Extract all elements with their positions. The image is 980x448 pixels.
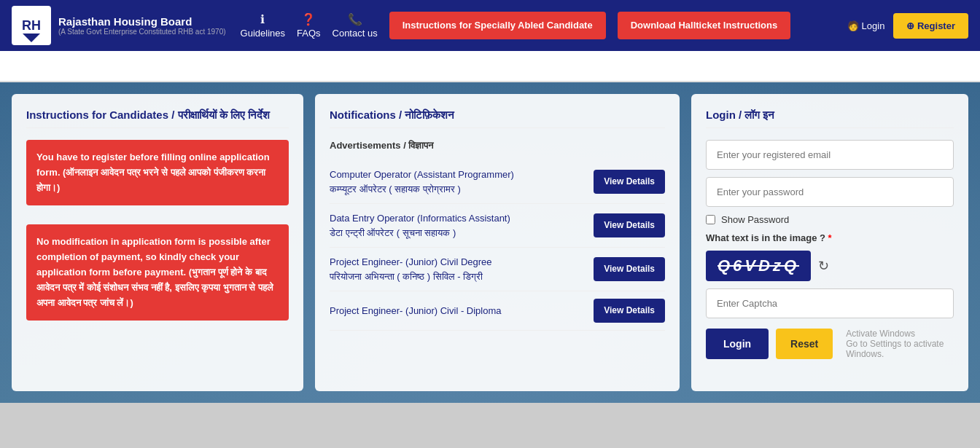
login-label: Login [862,20,885,31]
instruction-box-1: You have to register before filling onli… [26,140,289,205]
login-icon: 🧑 [847,20,859,31]
email-input[interactable] [706,140,954,170]
logo-letters: RH [22,18,41,34]
ticker-text: ly download Hall Ticket for RHB Direct R… [0,58,980,74]
notif-btn-3[interactable]: View Details [594,299,665,323]
notif-text-0: Computer Operator (Assistant Programmer)… [330,168,586,196]
nav-faqs-label: FAQs [297,28,321,39]
notif-item-2: Project Engineer- (Junior) Civil Degree … [330,248,665,291]
login-buttons: Login Reset Activate Windows Go to Setti… [706,329,954,359]
show-password-row: Show Password [706,214,954,225]
captcha-question-text: What text is in the image ? [706,232,825,243]
login-panel: Login / लॉग इन Show Password What text i… [691,94,968,391]
instructions-panel: Instructions for Candidates / परीक्षार्थ… [12,94,303,391]
header: RH Rajasthan Housing Board (A State Govt… [0,0,980,51]
notif-item-0: Computer Operator (Assistant Programmer)… [330,160,665,204]
btn-specially-abled[interactable]: Instructions for Specially Abled Candida… [389,12,606,39]
notif-text-2: Project Engineer- (Junior) Civil Degree … [330,255,586,283]
captcha-row: Q6VDzQ ↻ [706,251,954,281]
notif-title-hi-2: परियोजना अभियन्ता ( कनिष्ठ ) सिविल - डिग… [330,270,586,284]
header-right: 🧑 Login ⊕ Register [847,13,968,39]
notif-btn-0[interactable]: View Details [594,170,665,194]
nav-guidelines-label: Guidelines [241,28,285,39]
notif-title-hi-1: डेटा एन्ट्री ऑपरेटर ( सूचना सहायक ) [330,226,586,240]
logo-area: RH Rajasthan Housing Board (A State Govt… [12,6,226,45]
nav-links: ℹ Guidelines ❓ FAQs 📞 Contact us Instruc… [241,12,833,39]
info-icon: ℹ [260,12,265,26]
captcha-image: Q6VDzQ [706,251,811,281]
instruction-box-2: No modification in application form is p… [26,224,289,321]
password-input[interactable] [706,177,954,207]
activate-title: Activate Windows [846,329,954,339]
login-form: Show Password What text is in the image … [706,140,954,359]
notif-title-hi-0: कम्प्यूटर ऑपरेटर ( सहायक प्रोग्रामर ) [330,182,586,197]
main-content: Instructions for Candidates / परीक्षार्थ… [0,82,980,403]
notif-btn-1[interactable]: View Details [594,213,665,237]
notifications-subtitle: Advertisements / विज्ञापन [330,140,665,152]
refresh-captcha-icon[interactable]: ↻ [818,258,829,274]
login-link[interactable]: 🧑 Login [847,20,885,31]
nav-faqs[interactable]: ❓ FAQs [297,12,321,39]
org-sub: (A State Govt Enterprise Constituted RHB… [58,28,226,36]
phone-icon: 📞 [348,12,362,26]
notif-text-3: Project Engineer- (Junior) Civil - Diplo… [330,304,586,318]
faq-icon: ❓ [301,12,316,26]
activate-windows-notice: Activate Windows Go to Settings to activ… [846,329,954,359]
login-button[interactable]: Login [706,329,769,359]
org-name: Rajasthan Housing Board [58,15,226,28]
notifications-panel: Notifications / नोटिफ़िकेशन Advertisemen… [315,94,680,391]
notif-item-1: Data Entry Operator (Informatics Assista… [330,204,665,248]
nav-contact-label: Contact us [332,28,378,39]
nav-contact[interactable]: 📞 Contact us [332,12,378,39]
register-button[interactable]: ⊕ Register [893,13,968,39]
instructions-title: Instructions for Candidates / परीक्षार्थ… [26,109,289,128]
notif-title-en-3: Project Engineer- (Junior) Civil - Diplo… [330,304,586,318]
captcha-question: What text is in the image ? * [706,232,954,243]
show-password-checkbox[interactable] [706,215,715,224]
notif-item-3: Project Engineer- (Junior) Civil - Diplo… [330,291,665,331]
notif-title-en-2: Project Engineer- (Junior) Civil Degree [330,255,586,270]
notif-text-1: Data Entry Operator (Informatics Assista… [330,211,586,240]
captcha-input[interactable] [706,288,954,318]
ticker-bar: ly download Hall Ticket for RHB Direct R… [0,51,980,82]
activate-sub: Go to Settings to activate Windows. [846,339,954,359]
captcha-required: * [828,232,832,243]
nav-guidelines[interactable]: ℹ Guidelines [241,12,285,39]
notif-title-en-0: Computer Operator (Assistant Programmer) [330,168,586,182]
login-title: Login / लॉग इन [706,109,954,128]
notif-title-en-1: Data Entry Operator (Informatics Assista… [330,211,586,226]
show-password-label[interactable]: Show Password [721,214,789,225]
notif-btn-2[interactable]: View Details [594,257,665,281]
btn-hallticket[interactable]: Download Hallticket Instructions [618,12,791,39]
notifications-title: Notifications / नोटिफ़िकेशन [330,109,665,128]
reset-button[interactable]: Reset [776,329,833,359]
logo-icon: RH [12,6,51,45]
